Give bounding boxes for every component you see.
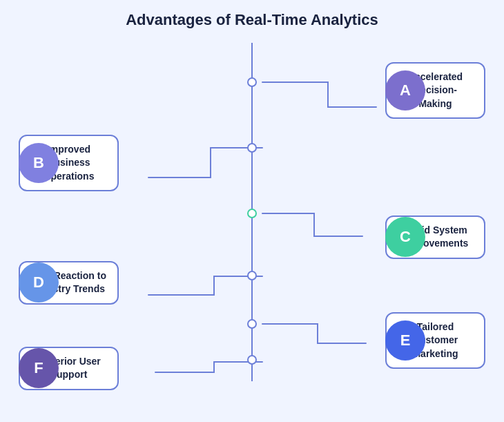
dot-f: [247, 355, 257, 365]
page-title: Advantages of Real-Time Analytics: [126, 11, 378, 29]
badge-d: D: [19, 262, 59, 303]
item-d: D Fast Reaction to Industry Trends: [19, 261, 119, 305]
item-a: Accelerated Decision-Making A: [385, 62, 485, 119]
item-f: F Superior User Support: [19, 347, 119, 390]
badge-c: C: [385, 217, 425, 257]
badge-a: A: [385, 70, 425, 111]
dot-e: [247, 319, 257, 329]
dot-b: [247, 143, 257, 153]
main-container: Advantages of Real-Time Analytics: [10, 11, 494, 412]
badge-e: E: [385, 320, 425, 361]
item-c: Rapid System Improvements C: [385, 215, 485, 259]
badge-b: B: [19, 143, 59, 183]
dot-d: [247, 271, 257, 280]
diagram: Accelerated Decision-Making A B Improved…: [10, 43, 494, 381]
dot-c: [247, 209, 257, 218]
item-b: B Improved Business Operations: [19, 135, 119, 192]
dot-a: [247, 77, 257, 87]
item-e: Tailored Customer Marketing E: [385, 312, 485, 370]
badge-f: F: [19, 348, 59, 388]
